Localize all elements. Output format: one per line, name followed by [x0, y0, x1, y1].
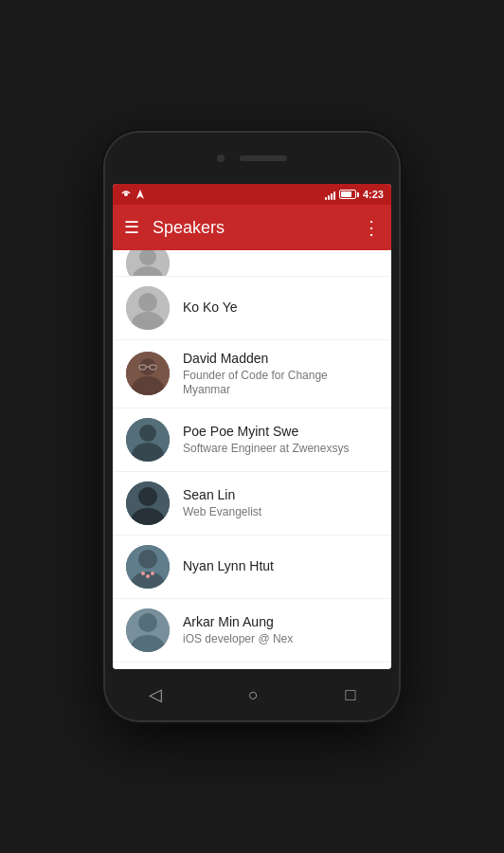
list-item[interactable]: Sean Lin Web Evangelist [113, 472, 391, 535]
navigation-bar: ◁ ○ □ [105, 669, 399, 720]
app-bar-title: Speakers [153, 218, 349, 238]
status-icon-2 [135, 189, 145, 200]
front-camera [217, 154, 225, 162]
list-item[interactable]: Ko Ko Ye [113, 277, 391, 340]
speaker-role: Software Engineer at Zwenexsys [183, 442, 378, 457]
speaker-info: Arkar Min Aung iOS developer @ Nex [183, 613, 378, 646]
speaker-name: Nyan Lynn Htut [183, 557, 378, 576]
speaker-name: Ko Ko Ye [183, 299, 378, 318]
recent-apps-button[interactable]: □ [345, 685, 355, 705]
speaker-role: Web Evangelist [183, 505, 378, 520]
battery-icon [339, 190, 359, 199]
speaker-name: Sean Lin [183, 486, 378, 505]
list-item[interactable]: David Madden Founder of Code for Change … [113, 340, 391, 408]
svg-point-21 [138, 550, 157, 569]
svg-point-6 [138, 293, 157, 312]
speakers-list: Ko Ko Ye David Madd [113, 250, 391, 669]
earpiece-speaker [240, 155, 287, 161]
phone-shell: 4:23 ☰ Speakers ⋮ [105, 133, 399, 720]
svg-point-0 [124, 192, 128, 196]
speaker-role: Founder of Code for Change Myanmar [183, 369, 378, 398]
avatar [126, 418, 170, 462]
svg-point-23 [141, 572, 145, 575]
avatar [126, 481, 170, 525]
speaker-name: David Madden [183, 350, 378, 369]
svg-point-18 [138, 487, 157, 506]
avatar [126, 608, 170, 652]
list-item[interactable]: Nyan Lynn Htut [113, 535, 391, 599]
svg-point-15 [139, 425, 156, 442]
svg-marker-1 [136, 190, 144, 199]
back-button[interactable]: ◁ [149, 684, 162, 705]
avatar [126, 286, 170, 330]
screen: 4:23 ☰ Speakers ⋮ [113, 184, 391, 669]
more-options-button[interactable]: ⋮ [362, 216, 380, 239]
speaker-role: iOS developer @ Nex [183, 632, 378, 647]
list-item[interactable]: Soe Thiha [113, 662, 391, 669]
hamburger-menu-button[interactable]: ☰ [124, 217, 139, 238]
svg-point-27 [138, 613, 157, 632]
wifi-icon [120, 189, 132, 200]
speaker-info: Sean Lin Web Evangelist [183, 486, 378, 519]
speaker-info: Ko Ko Ye [183, 299, 378, 318]
svg-point-24 [146, 574, 150, 578]
avatar [126, 250, 170, 277]
home-button[interactable]: ○ [248, 685, 259, 705]
speaker-info: David Madden Founder of Code for Change … [183, 350, 378, 398]
signal-strength-icon [325, 189, 335, 200]
speaker-name: Poe Poe Myint Swe [183, 423, 378, 442]
status-bar: 4:23 [113, 184, 391, 205]
list-item[interactable] [113, 250, 391, 277]
avatar [126, 352, 170, 395]
app-bar: ☰ Speakers ⋮ [113, 205, 391, 250]
speaker-info: Nyan Lynn Htut [183, 557, 378, 576]
list-item[interactable]: Arkar Min Aung iOS developer @ Nex [113, 599, 391, 662]
svg-point-25 [151, 572, 154, 575]
top-bezel [105, 133, 399, 184]
status-time: 4:23 [363, 189, 384, 200]
list-item[interactable]: Poe Poe Myint Swe Software Engineer at Z… [113, 408, 391, 472]
avatar [126, 545, 170, 589]
speaker-info: Poe Poe Myint Swe Software Engineer at Z… [183, 423, 378, 456]
speaker-name: Arkar Min Aung [183, 613, 378, 632]
